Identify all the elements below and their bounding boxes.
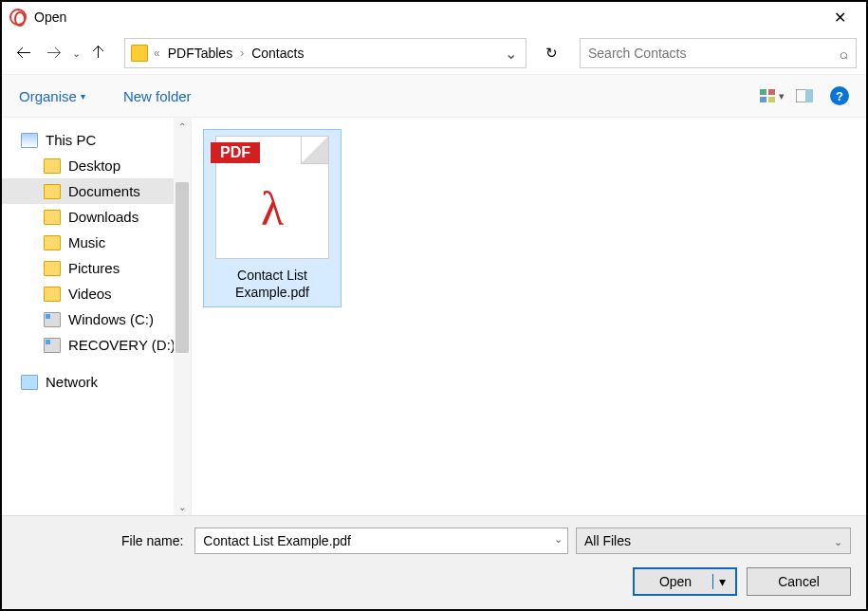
chevron-down-icon[interactable]: ⌄ (834, 536, 842, 548)
history-dropdown[interactable]: ⌄ (72, 47, 81, 60)
toolbar: Organise ▾ New folder ▾ ? (2, 74, 866, 118)
view-dropdown[interactable]: ▾ (779, 90, 785, 102)
cancel-button[interactable]: Cancel (747, 567, 851, 596)
scroll-thumb[interactable] (175, 182, 189, 353)
svg-rect-3 (768, 97, 775, 102)
preview-pane-icon[interactable] (794, 85, 815, 106)
new-folder-button[interactable]: New folder (123, 88, 192, 104)
sidebar-item-this-pc[interactable]: This PC (2, 127, 191, 153)
chevron-right-icon: › (236, 46, 248, 60)
sidebar-item-label: Pictures (68, 260, 120, 276)
open-button-label: Open (638, 574, 712, 589)
close-button[interactable]: ✕ (821, 4, 859, 30)
adobe-icon: λ (261, 181, 284, 236)
sidebar-item-label: Documents (68, 183, 140, 199)
svg-rect-2 (760, 97, 766, 102)
sidebar-scrollbar[interactable]: ⌃ ⌄ (174, 118, 191, 515)
search-icon[interactable]: ⌕ (840, 46, 848, 62)
folder-icon (44, 158, 61, 174)
svg-rect-5 (805, 89, 813, 102)
filter-value: All Files (584, 533, 631, 548)
sidebar-item-label: Videos (68, 286, 112, 302)
sidebar-item-label: This PC (46, 132, 96, 148)
chevron-down-icon[interactable]: ⌄ (554, 533, 563, 546)
scroll-up-icon[interactable]: ⌃ (174, 118, 191, 135)
cancel-button-label: Cancel (778, 574, 820, 589)
footer: File name: ⌄ All Files ⌄ Open ▾ Cancel (2, 515, 866, 609)
sidebar-item-label: RECOVERY (D:) (68, 337, 175, 353)
scroll-down-icon[interactable]: ⌄ (174, 498, 191, 515)
svg-rect-1 (768, 89, 775, 95)
view-options-icon[interactable] (758, 85, 779, 106)
open-button[interactable]: Open ▾ (633, 567, 737, 596)
window-title: Open (34, 9, 66, 25)
pdf-thumbnail: PDF λ (215, 136, 329, 259)
sidebar-item-label: Desktop (68, 157, 120, 174)
breadcrumb-dropdown[interactable]: ⌄ (501, 45, 520, 63)
opera-icon (9, 9, 27, 26)
filename-combo[interactable]: ⌄ (194, 528, 568, 554)
search-input[interactable] (588, 46, 840, 61)
sidebar-item-drive-d[interactable]: RECOVERY (D:) (2, 332, 191, 358)
pdf-badge: PDF (211, 142, 260, 163)
organise-menu[interactable]: Organise ▾ (19, 88, 85, 104)
network-icon (21, 375, 38, 390)
help-button[interactable]: ? (830, 86, 849, 105)
sidebar-item-label: Windows (C:) (68, 311, 154, 327)
folder-icon (44, 184, 61, 199)
nav-sidebar: This PC Desktop Documents Downloads Musi… (2, 118, 192, 515)
sidebar-item-pictures[interactable]: Pictures (2, 255, 191, 281)
sidebar-item-documents[interactable]: Documents (2, 178, 191, 204)
title-bar: Open ✕ (2, 2, 866, 32)
svg-rect-0 (760, 89, 766, 95)
filetype-filter[interactable]: All Files ⌄ (576, 528, 851, 554)
up-button[interactable]: 🡡 (86, 41, 111, 65)
file-item[interactable]: PDF λ Contact List Example.pdf (203, 129, 342, 307)
back-button[interactable]: 🡠 (11, 41, 36, 65)
nav-bar: 🡠 🡢 ⌄ 🡡 « PDFTables › Contacts ⌄ ↻ ⌕ (2, 32, 866, 74)
forward-button: 🡢 (42, 41, 66, 65)
sidebar-item-label: Network (46, 374, 98, 390)
breadcrumb-segment[interactable]: PDFTables (166, 46, 234, 61)
chevron-down-icon: ▾ (81, 91, 85, 102)
open-split-dropdown[interactable]: ▾ (712, 574, 731, 589)
breadcrumb-segment[interactable]: Contacts (249, 46, 305, 61)
drive-icon (44, 338, 61, 353)
main-area: This PC Desktop Documents Downloads Musi… (2, 118, 866, 515)
filename-label: File name: (121, 533, 183, 548)
pc-icon (21, 133, 38, 148)
refresh-button[interactable]: ↻ (536, 38, 566, 68)
sidebar-item-drive-c[interactable]: Windows (C:) (2, 306, 191, 332)
sidebar-item-label: Downloads (68, 209, 139, 225)
sidebar-item-videos[interactable]: Videos (2, 281, 191, 306)
file-pane[interactable]: PDF λ Contact List Example.pdf (192, 118, 866, 515)
sidebar-item-downloads[interactable]: Downloads (2, 204, 191, 230)
folder-icon (44, 261, 61, 276)
organise-label: Organise (19, 88, 77, 104)
folder-icon (44, 210, 61, 225)
file-label: Contact List Example.pdf (210, 267, 335, 301)
breadcrumb[interactable]: « PDFTables › Contacts ⌄ (124, 38, 526, 68)
sidebar-item-network[interactable]: Network (2, 369, 191, 395)
folder-icon (44, 235, 61, 250)
filename-input[interactable] (194, 528, 568, 554)
folder-icon (131, 45, 148, 62)
search-box[interactable]: ⌕ (580, 38, 857, 68)
sidebar-item-label: Music (68, 234, 105, 250)
drive-icon (44, 312, 61, 327)
folder-icon (44, 287, 61, 302)
breadcrumb-separator: « (150, 46, 164, 60)
sidebar-item-music[interactable]: Music (2, 230, 191, 255)
sidebar-item-desktop[interactable]: Desktop (2, 153, 191, 178)
